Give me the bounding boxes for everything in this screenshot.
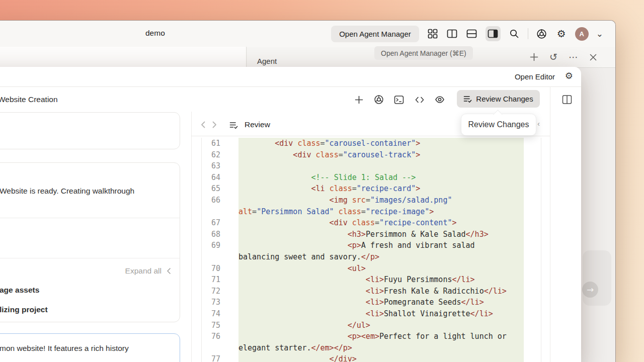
pane-actions: ↺ ⋯ (530, 47, 597, 67)
card-divider (0, 218, 180, 218)
line-number: 74 (202, 308, 238, 320)
code-line: 63 (202, 160, 541, 172)
split-vertical-icon[interactable] (446, 28, 458, 40)
new-tab-plus-icon[interactable] (530, 53, 538, 61)
code-line: 61 <div class="carousel-container"> (202, 138, 541, 149)
send-arrow-icon[interactable]: → (582, 282, 598, 298)
conversation-title: Website Creation (0, 95, 58, 104)
status-message: Website is ready. Creating walkthrough (0, 187, 134, 196)
line-number (202, 251, 238, 263)
code-text: alt="Persimmon Salad" class="recipe-imag… (238, 206, 524, 218)
overlay-settings-gear-icon[interactable]: ⚙ (565, 71, 573, 80)
line-number: 76 (202, 331, 238, 342)
agent-manager-shortcut-tooltip: Open Agent Manager (⌘E) (374, 46, 473, 60)
more-options-icon[interactable]: ⋯ (569, 52, 578, 62)
line-number: 67 (202, 217, 238, 229)
expand-all-label: Expand all (125, 266, 162, 276)
open-in-browser-icon[interactable] (374, 95, 384, 105)
line-number: 69 (202, 240, 238, 251)
columns-layout-icon[interactable] (562, 95, 572, 105)
terminal-icon[interactable] (394, 95, 404, 105)
expand-all-control[interactable]: Expand all (125, 266, 172, 276)
code-text: </ul> (238, 320, 524, 331)
code-text: elegant starter.</em></p> (238, 342, 524, 354)
code-line: 68 <h3>Persimmon & Kale Salad</h3> (202, 229, 541, 240)
code-line: 76 <p><em>Perfect for a light lunch or (202, 331, 541, 342)
code-line: 67 <div class="recipe-content"> (202, 217, 541, 229)
review-changes-button[interactable]: Review Changes (457, 90, 540, 108)
active-tab-pane[interactable] (0, 47, 247, 67)
line-number: 73 (202, 297, 238, 308)
collapse-chevron-icon (166, 267, 172, 275)
line-number: 62 (202, 149, 238, 161)
code-text: <p><em>Perfect for a light lunch or (238, 331, 524, 342)
line-number (202, 206, 238, 218)
code-text: <li class="recipe-card"> (238, 183, 524, 195)
code-text: <li>Fresh Kale & Radicchio</li> (238, 286, 524, 297)
line-number: 68 (202, 229, 238, 240)
code-text: <p>A fresh and vibrant salad (238, 240, 524, 251)
titlebar-divider (528, 28, 528, 39)
code-line: 75 </ul> (202, 320, 541, 331)
open-agent-manager-button[interactable]: Open Agent Manager (331, 26, 419, 42)
line-number (202, 342, 238, 354)
open-editor-link[interactable]: Open Editor (515, 72, 555, 81)
code-line: 62 <div class="carousel-track"> (202, 149, 541, 161)
code-line: 74 <li>Shallot Vinaigrette</li> (202, 308, 541, 320)
code-text: <li>Pomegranate Seeds</li> (238, 297, 524, 308)
close-pane-icon[interactable] (589, 53, 597, 61)
line-number: 66 (202, 195, 238, 206)
browser-icon[interactable] (536, 28, 548, 40)
code-line: 69 <p>A fresh and vibrant salad (202, 240, 541, 251)
agent-pane-label: Agent (257, 57, 277, 65)
code-text: <div class="carousel-container"> (238, 138, 524, 149)
code-text: <div class="carousel-track"> (238, 149, 524, 161)
preview-eye-icon[interactable] (435, 95, 445, 105)
layout-blocks-icon[interactable] (427, 28, 439, 40)
nav-forward-icon[interactable] (212, 121, 217, 129)
avatar[interactable]: A (575, 27, 589, 41)
add-plus-icon[interactable] (354, 95, 364, 105)
code-line: elegant starter.</em></p> (202, 342, 541, 354)
tooltip-cutoff-glyph: ‹ (537, 119, 540, 128)
tab-bar: Agent ↺ ⋯ (0, 47, 615, 68)
line-number: 77 (202, 353, 238, 362)
progress-card: Website is ready. Creating walkthrough E… (0, 162, 180, 322)
code-text: balancing sweet and savory.</p> (238, 251, 524, 263)
code-text: <img src="images/salad.png" (238, 195, 524, 206)
chevron-down-icon[interactable]: ⌄ (596, 30, 603, 38)
code-line: alt="Persimmon Salad" class="recipe-imag… (202, 206, 541, 218)
line-number: 64 (202, 172, 238, 184)
code-text: <li>Shallot Vinaigrette</li> (238, 308, 524, 320)
code-text: </div> (238, 353, 524, 362)
code-line: 77 </div> (202, 353, 541, 362)
review-header-divider (191, 136, 550, 136)
code-text (238, 160, 524, 172)
nav-back-icon[interactable] (200, 121, 206, 129)
title-bar: demo Open Agent Manager (0, 21, 615, 47)
history-icon[interactable]: ↺ (549, 52, 557, 62)
code-line: 65 <li class="recipe-card"> (202, 183, 541, 195)
code-line: 71 <li>Fuyu Persimmons</li> (202, 274, 541, 286)
code-line: 73 <li>Pomegranate Seeds</li> (202, 297, 541, 308)
search-icon[interactable] (508, 28, 520, 40)
code-text: <h3>Persimmon & Kale Salad</h3> (238, 229, 524, 240)
code-rows: 61 <div class="carousel-container">62 <d… (202, 138, 541, 362)
sidebar-right-icon[interactable] (486, 26, 501, 41)
step-item[interactable]: age assets (0, 286, 39, 295)
window-title: demo (145, 29, 165, 38)
settings-gear-icon[interactable]: ⚙ (555, 28, 568, 40)
line-number: 71 (202, 274, 238, 286)
line-number: 63 (202, 160, 238, 172)
review-list-check-icon (229, 121, 238, 129)
split-horizontal-icon[interactable] (466, 28, 478, 40)
code-line: 64 <!-- Slide 1: Salad --> (202, 172, 541, 184)
line-number: 61 (202, 138, 238, 149)
files-card (0, 112, 180, 149)
code-icon[interactable] (415, 95, 425, 105)
code-text: <li>Fuyu Persimmons</li> (238, 274, 524, 286)
diff-viewer[interactable]: 61 <div class="carousel-container">62 <d… (191, 138, 550, 362)
list-check-icon (463, 95, 472, 103)
step-item[interactable]: lizing project (0, 305, 48, 314)
right-rail-divider (550, 86, 550, 362)
